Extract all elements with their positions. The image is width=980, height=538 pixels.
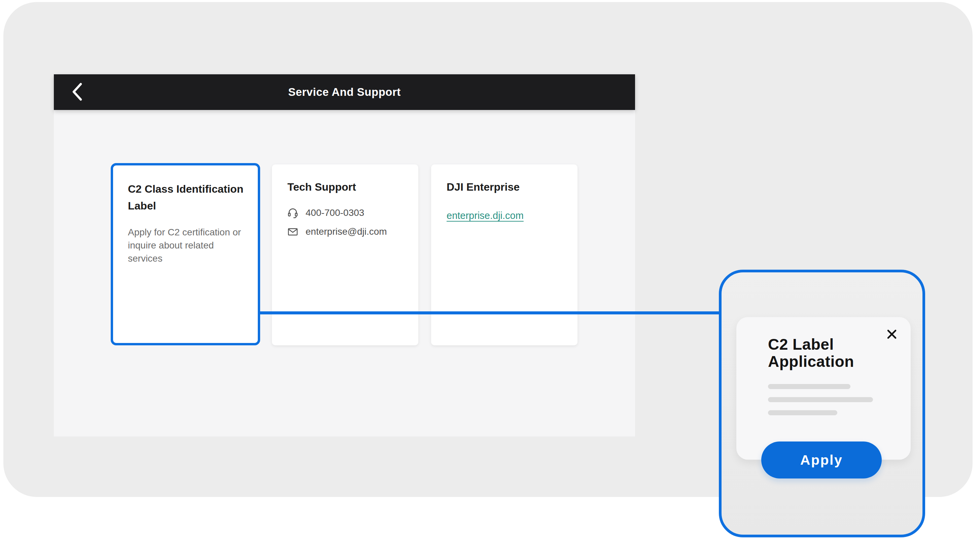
- back-button[interactable]: [65, 74, 89, 110]
- phone-screen: Service And Support C2 Class Identificat…: [54, 74, 635, 436]
- placeholder-bar: [768, 410, 837, 415]
- phone-number: 400-700-0303: [305, 208, 364, 218]
- apply-button[interactable]: Apply: [761, 441, 882, 478]
- email-row[interactable]: enterprise@dji.com: [287, 226, 405, 237]
- card-description: Apply for C2 certification or inquire ab…: [128, 225, 243, 265]
- close-icon: [886, 329, 897, 341]
- card-dji-enterprise: DJI Enterprise enterprise.dji.com: [431, 164, 578, 345]
- zoom-connector-line: [260, 311, 722, 314]
- dialog-title: C2 Label Application: [768, 336, 882, 370]
- enterprise-link[interactable]: enterprise.dji.com: [447, 210, 523, 221]
- card-c2-class-identification-label[interactable]: C2 Class Identification Label Apply for …: [111, 163, 260, 345]
- c2-label-application-dialog: C2 Label Application: [737, 317, 911, 460]
- email-address: enterprise@dji.com: [305, 226, 387, 237]
- placeholder-bar: [768, 397, 873, 402]
- placeholder-bar: [768, 384, 850, 389]
- card-tech-support: Tech Support 400-700-0303 enterprise@dji…: [272, 164, 418, 345]
- mail-icon: [287, 226, 298, 237]
- card-title: DJI Enterprise: [447, 179, 564, 195]
- zoom-callout-panel: C2 Label Application Apply: [719, 270, 925, 537]
- app-header: Service And Support: [54, 74, 635, 110]
- headset-icon: [287, 208, 298, 218]
- chevron-left-icon: [72, 83, 82, 102]
- card-title: Tech Support: [287, 179, 405, 195]
- close-button[interactable]: [883, 326, 900, 343]
- phone-row[interactable]: 400-700-0303: [287, 208, 405, 218]
- card-title: C2 Class Identification Label: [128, 181, 243, 214]
- page-title: Service And Support: [288, 86, 401, 98]
